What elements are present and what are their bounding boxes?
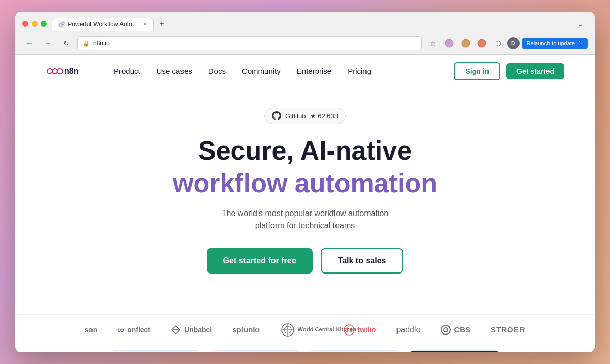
github-icon — [272, 111, 281, 120]
nav-use-cases[interactable]: Use cases — [149, 64, 199, 78]
bottom-cards: $ — [15, 345, 595, 352]
hint-card-4: $ — [409, 350, 500, 352]
svg-point-5 — [57, 69, 63, 74]
github-stars: ★ 62,633 — [310, 112, 338, 120]
extensions-icon[interactable]: ⬡ — [491, 36, 505, 50]
forward-button[interactable]: → — [41, 36, 55, 50]
more-options-icon[interactable]: ⌄ — [573, 17, 588, 31]
reload-button[interactable]: ↻ — [59, 36, 73, 50]
svg-point-12 — [346, 328, 348, 330]
maximize-button[interactable] — [41, 21, 47, 27]
address-bar[interactable]: 🔒 n8n.io — [77, 36, 422, 50]
svg-point-4 — [52, 69, 57, 74]
logo-son: son — [84, 326, 97, 334]
logo-onfleet: ∞ onfleet — [117, 325, 150, 335]
bookmark-icon[interactable]: ☆ — [426, 36, 440, 50]
logo-twilio: twilio — [344, 324, 376, 336]
nav-community[interactable]: Community — [235, 64, 288, 78]
hint-card-3 — [309, 350, 401, 352]
svg-point-14 — [346, 330, 348, 332]
browser-titlebar: 🔗 Powerful Workflow Automati... ✕ + ⌄ — [15, 12, 595, 34]
close-button[interactable] — [22, 21, 28, 27]
logo-world-central-kitchen: World Central Kitchen — [281, 323, 323, 337]
get-started-free-button[interactable]: Get started for free — [207, 248, 313, 274]
browser-window: 🔗 Powerful Workflow Automati... ✕ + ⌄ ← … — [15, 12, 595, 352]
svg-point-15 — [350, 330, 352, 332]
logo-splunk: splunk› — [232, 324, 260, 335]
hero-title-line1: Secure, AI-native — [25, 136, 585, 165]
n8n-logo-svg: n8n — [46, 64, 86, 78]
site-logo[interactable]: n8n — [46, 64, 86, 78]
extension-icon-2[interactable] — [459, 36, 473, 50]
hero-ctas: Get started for free Talk to sales — [25, 248, 585, 274]
hero-section: GitHub ★ 62,633 Secure, AI-native workfl… — [15, 87, 595, 314]
nav-pricing[interactable]: Pricing — [341, 64, 378, 78]
tab-close-icon[interactable]: ✕ — [143, 21, 147, 27]
relaunch-button[interactable]: Relaunch to update ⋮ — [522, 38, 588, 49]
hint-card-2 — [209, 350, 301, 352]
relaunch-label: Relaunch to update — [527, 40, 575, 46]
browser-chrome: 🔗 Powerful Workflow Automati... ✕ + ⌄ ← … — [15, 12, 595, 55]
website-content: n8n Product Use cases Docs Community Ent… — [15, 55, 595, 352]
nav-links: Product Use cases Docs Community Enterpr… — [107, 64, 454, 78]
active-tab[interactable]: 🔗 Powerful Workflow Automati... ✕ — [52, 18, 154, 31]
svg-point-2 — [478, 39, 486, 47]
nav-actions: Sign in Get started — [454, 62, 564, 80]
tab-bar: 🔗 Powerful Workflow Automati... ✕ + — [52, 18, 568, 31]
svg-point-1 — [462, 39, 470, 47]
tab-favicon: 🔗 — [58, 21, 65, 28]
hero-title-line2: workflow automation — [25, 167, 585, 199]
svg-point-13 — [350, 328, 352, 330]
github-label: GitHub — [285, 112, 306, 120]
url-text: n8n.io — [93, 40, 110, 47]
hint-card-1 — [110, 350, 201, 352]
nav-product[interactable]: Product — [107, 64, 147, 78]
svg-point-11 — [344, 325, 354, 335]
logos-bar: son ∞ onfleet Unbabel splunk› — [15, 314, 595, 345]
svg-point-3 — [47, 69, 52, 74]
hero-subtitle: The world's most popular workflow automa… — [25, 207, 585, 232]
logo-stroer: STRÖER — [491, 325, 526, 334]
logo-unbabel: Unbabel — [171, 325, 212, 335]
talk-to-sales-button[interactable]: Talk to sales — [321, 248, 404, 274]
lock-icon: 🔒 — [83, 40, 90, 47]
tab-title: Powerful Workflow Automati... — [68, 21, 139, 28]
back-button[interactable]: ← — [22, 36, 37, 50]
nav-docs[interactable]: Docs — [201, 64, 233, 78]
browser-toolbar: ← → ↻ 🔒 n8n.io ☆ — [15, 34, 595, 54]
svg-point-0 — [445, 39, 453, 47]
getstarted-nav-button[interactable]: Get started — [506, 63, 564, 79]
site-nav: n8n Product Use cases Docs Community Ent… — [15, 55, 595, 87]
logo-cbs: CBS — [441, 325, 470, 335]
nav-enterprise[interactable]: Enterprise — [290, 64, 339, 78]
profile-avatar[interactable]: D — [507, 37, 520, 49]
traffic-lights — [22, 21, 47, 27]
toolbar-actions: ☆ ⬡ D — [426, 36, 588, 50]
extension-icon-3[interactable] — [475, 36, 489, 50]
minimize-button[interactable] — [32, 21, 38, 27]
new-tab-button[interactable]: + — [156, 18, 168, 30]
logo-paddle: paddle — [396, 325, 420, 335]
svg-text:n8n: n8n — [64, 67, 78, 75]
github-badge[interactable]: GitHub ★ 62,633 — [264, 108, 346, 124]
signin-button[interactable]: Sign in — [454, 62, 500, 80]
extension-icon-1[interactable] — [442, 36, 456, 50]
relaunch-menu-icon: ⋮ — [577, 40, 583, 47]
